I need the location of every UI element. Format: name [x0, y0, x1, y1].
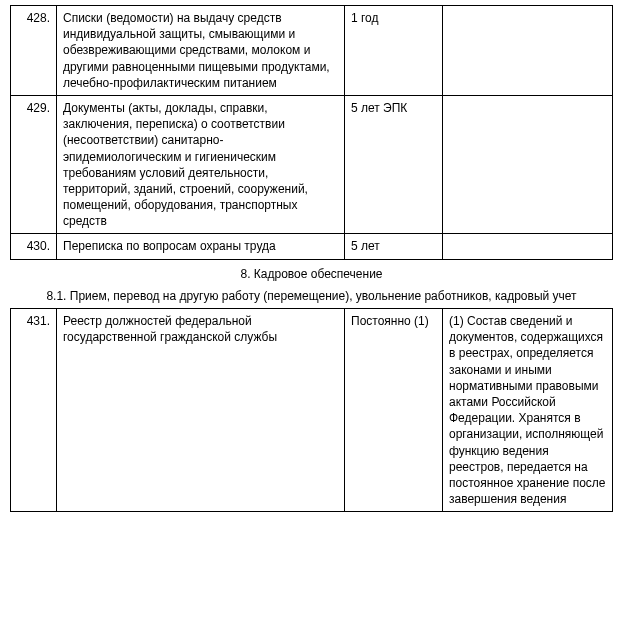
row-number: 430. — [11, 234, 57, 259]
row-description: Списки (ведомости) на выдачу средств инд… — [57, 6, 345, 96]
records-table-top: 428. Списки (ведомости) на выдачу средст… — [10, 5, 613, 260]
subsection-heading: 8.1. Прием, перевод на другую работу (пе… — [10, 288, 613, 304]
table-row: 430. Переписка по вопросам охраны труда … — [11, 234, 613, 259]
row-note — [443, 234, 613, 259]
row-term: 1 год — [345, 6, 443, 96]
row-term: Постоянно (1) — [345, 309, 443, 512]
row-description: Реестр должностей федеральной государств… — [57, 309, 345, 512]
records-table-bottom: 431. Реестр должностей федеральной госуд… — [10, 308, 613, 512]
table-row: 428. Списки (ведомости) на выдачу средст… — [11, 6, 613, 96]
row-number: 428. — [11, 6, 57, 96]
row-description: Документы (акты, доклады, справки, заклю… — [57, 95, 345, 234]
row-number: 431. — [11, 309, 57, 512]
document-page: 428. Списки (ведомости) на выдачу средст… — [0, 0, 623, 517]
row-note: (1) Состав сведений и документов, содерж… — [443, 309, 613, 512]
row-note — [443, 6, 613, 96]
row-term: 5 лет — [345, 234, 443, 259]
row-note — [443, 95, 613, 234]
table-row: 431. Реестр должностей федеральной госуд… — [11, 309, 613, 512]
table-row: 429. Документы (акты, доклады, справки, … — [11, 95, 613, 234]
row-term: 5 лет ЭПК — [345, 95, 443, 234]
row-number: 429. — [11, 95, 57, 234]
row-description: Переписка по вопросам охраны труда — [57, 234, 345, 259]
section-heading: 8. Кадровое обеспечение — [10, 266, 613, 282]
